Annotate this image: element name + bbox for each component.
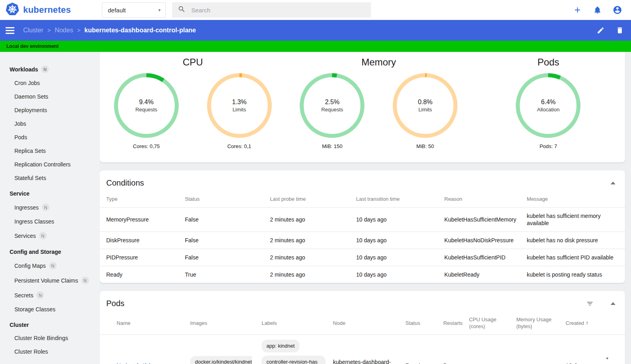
new-items-badge: N: [49, 262, 57, 269]
pod-node-cell: kubernetes-dashboard-control-plane: [333, 335, 405, 364]
pods-section-title: Pods: [472, 56, 625, 69]
sidebar-item-services[interactable]: Services N: [0, 228, 100, 243]
breadcrumb: Cluster > Nodes > kubernetes-dashboard-c…: [23, 27, 196, 34]
sidebar-item-persistent-volume-claims[interactable]: Persistent Volume Claims N: [0, 273, 100, 288]
column-header-actions: [606, 312, 625, 335]
edit-pencil-icon[interactable]: [597, 26, 605, 34]
page-title: kubernetes-dashboard-control-plane: [84, 27, 196, 34]
pod-name-link[interactable]: kindnet-fmj8d: [117, 362, 150, 364]
conditions-table: Type Status Last probe time Last transit…: [100, 192, 625, 283]
new-items-badge: N: [42, 204, 50, 211]
sidebar-nav: Workloads N Cron Jobs Daemon Sets Deploy…: [0, 52, 100, 364]
create-resource-button[interactable]: [573, 5, 582, 15]
pod-cpu-usage-cell: -: [469, 335, 516, 364]
sidebar-item-storage-classes[interactable]: Storage Classes: [0, 303, 100, 316]
sidebar-item-replica-sets[interactable]: Replica Sets: [0, 144, 100, 158]
new-items-badge: N: [36, 291, 44, 299]
pod-restarts-cell: 5: [443, 335, 469, 364]
new-items-badge: N: [41, 65, 49, 73]
pod-status-cell: Running: [405, 335, 443, 364]
memory-section-title: Memory: [286, 56, 472, 69]
triangle-up-icon: [611, 182, 615, 184]
sidebar-section-config-and-storage: Config and Storage: [0, 243, 100, 258]
sidebar-item-jobs[interactable]: Jobs: [0, 117, 100, 131]
column-header-labels: Labels: [262, 312, 333, 335]
notifications-bell-icon[interactable]: [593, 5, 602, 15]
column-header-created-sortable[interactable]: Created↑: [566, 312, 606, 335]
collapse-card-button[interactable]: [609, 300, 617, 308]
new-items-badge: N: [81, 277, 89, 284]
kubernetes-logo[interactable]: kubernetes: [0, 2, 71, 18]
column-header-node: Node: [333, 312, 405, 335]
sidebar-item-config-maps[interactable]: Config Maps N: [0, 258, 100, 273]
top-actions: [573, 0, 622, 20]
sidebar-item-cron-jobs[interactable]: Cron Jobs: [0, 76, 100, 90]
delete-trash-icon[interactable]: [616, 26, 624, 34]
column-header-restarts: Restarts: [443, 312, 469, 335]
menu-hamburger-icon[interactable]: [6, 26, 15, 35]
pod-image-chip: docker.io/kindest/kindnetd:v20230511-dc7…: [190, 356, 252, 364]
sidebar-item-daemon-sets[interactable]: Daemon Sets: [0, 90, 100, 103]
table-row: PIDPressure False 2 minutes ago 10 days …: [100, 249, 625, 266]
column-header-status: Status: [405, 312, 443, 335]
column-header-memory-usage: Memory Usage (bytes): [516, 312, 566, 335]
memory-requests-donut-chart: 2.5% Requests MiB: 150: [299, 73, 365, 149]
conditions-card-title: Conditions: [106, 178, 144, 188]
breadcrumb-link-cluster[interactable]: Cluster: [23, 27, 44, 34]
column-header-name: Name: [117, 312, 190, 335]
pods-table: Name Images Labels Node Status Restarts …: [100, 312, 625, 364]
namespace-selected-value: default: [108, 7, 126, 14]
triangle-up-icon: [611, 302, 615, 305]
sidebar-item-pods[interactable]: Pods: [0, 131, 100, 144]
sidebar-item-cluster-role-bindings[interactable]: Cluster Role Bindings: [0, 331, 100, 345]
conditions-header-row: Type Status Last probe time Last transit…: [100, 192, 625, 208]
kubernetes-dashboard: kubernetes default ▾: [0, 0, 631, 364]
sidebar-item-secrets[interactable]: Secrets N: [0, 288, 100, 303]
breadcrumb-bar: Cluster > Nodes > kubernetes-dashboard-c…: [0, 20, 631, 41]
pod-label-chip: app: kindnet: [262, 340, 300, 352]
kubernetes-helm-icon: [6, 2, 19, 18]
pod-row: kindnet-fmj8d docker.io/kindest/kindnetd…: [100, 335, 625, 364]
allocation-overview-card: CPU 9.4% Requests: [100, 52, 625, 162]
sidebar-section-service: Service: [0, 185, 100, 200]
environment-banner: Local dev environment: [0, 41, 631, 52]
row-menu-kebab-icon[interactable]: •••: [606, 354, 609, 364]
column-header-status-dot: [100, 312, 117, 335]
sidebar-item-ingress-classes[interactable]: Ingress Classes: [0, 215, 100, 228]
search-bar: [172, 2, 371, 18]
column-header-type: Type: [100, 192, 185, 208]
environment-banner-text: Local dev environment: [6, 44, 59, 49]
cpu-section-title: CPU: [100, 56, 286, 69]
chevron-down-icon: ▾: [158, 8, 161, 13]
column-header-last-probe-time: Last probe time: [270, 192, 356, 208]
collapse-card-button[interactable]: [609, 179, 617, 187]
conditions-card: Conditions Type Status Last probe: [100, 170, 625, 283]
pods-header-row: Name Images Labels Node Status Restarts …: [100, 312, 625, 335]
pod-memory-usage-cell: -: [516, 335, 566, 364]
user-account-icon[interactable]: [613, 5, 622, 15]
column-header-images: Images: [190, 312, 262, 335]
namespace-select[interactable]: default ▾: [102, 2, 166, 18]
table-row: MemoryPressure False 2 minutes ago 10 da…: [100, 208, 625, 232]
column-header-cpu-usage: CPU Usage (cores): [469, 312, 516, 335]
cpu-limits-donut-chart: 1.3% Limits Cores: 0,1: [206, 73, 272, 149]
table-row: Ready True 2 minutes ago 10 days ago Kub…: [100, 266, 625, 283]
cpu-requests-donut-chart: 9.4% Requests Cores: 0,75: [113, 73, 179, 149]
sidebar-section-workloads: Workloads N: [0, 60, 100, 76]
pods-card: Pods: [100, 291, 625, 364]
sidebar-item-replication-controllers[interactable]: Replication Controllers: [0, 158, 100, 171]
sidebar-item-deployments[interactable]: Deployments: [0, 103, 100, 117]
sidebar-item-cluster-roles[interactable]: Cluster Roles: [0, 345, 100, 358]
breadcrumb-link-nodes[interactable]: Nodes: [55, 27, 73, 34]
breadcrumb-separator: >: [48, 27, 51, 34]
sidebar-item-ingresses[interactable]: Ingresses N: [0, 200, 100, 215]
column-header-last-transition-time: Last transition time: [356, 192, 444, 208]
main-content: CPU 9.4% Requests: [100, 52, 631, 364]
search-input[interactable]: [191, 7, 343, 14]
sidebar-section-cluster: Cluster: [0, 316, 100, 331]
sidebar-item-stateful-sets[interactable]: Stateful Sets: [0, 171, 100, 185]
column-header-message: Message: [527, 192, 625, 208]
table-row: DiskPressure False 2 minutes ago 10 days…: [100, 232, 625, 249]
filter-icon[interactable]: [586, 300, 594, 308]
pods-card-title: Pods: [106, 299, 125, 308]
